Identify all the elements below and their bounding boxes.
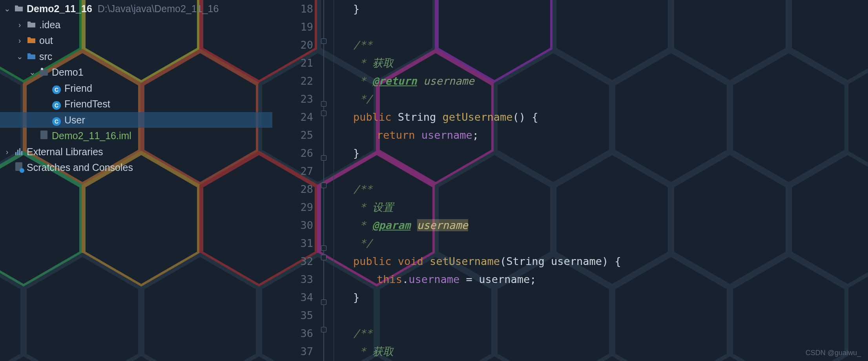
class-icon: C <box>52 82 61 94</box>
tree-item-demo1[interactable]: ⌄Demo1 <box>0 64 272 80</box>
token: @return <box>372 75 417 87</box>
tree-arrow[interactable]: › <box>16 20 24 29</box>
fold-close-icon[interactable] <box>321 101 326 107</box>
line-number[interactable]: 37 <box>272 343 320 361</box>
code-line[interactable]: */ <box>330 234 868 252</box>
code-line[interactable]: /** <box>330 36 868 54</box>
tree-item-demo2_11_16-iml[interactable]: Demo2_11_16.iml <box>0 128 272 144</box>
tree-item-external-libraries[interactable]: ›External Libraries <box>0 144 272 160</box>
line-number[interactable]: 36 <box>272 325 320 343</box>
code-line[interactable]: return username; <box>330 126 868 144</box>
code-line[interactable]: * 设置 <box>330 198 868 216</box>
tree-item-out[interactable]: ›out <box>0 33 272 49</box>
line-number[interactable]: 35 <box>272 307 320 325</box>
tree-item--idea[interactable]: ›.idea <box>0 17 272 33</box>
fold-close-icon[interactable] <box>321 245 326 251</box>
line-number[interactable]: 19 <box>272 18 320 36</box>
tree-arrow[interactable]: › <box>3 147 11 156</box>
folder-icon <box>27 19 36 31</box>
line-number-gutter[interactable]: 1819202122232425262728293031323334353637 <box>272 0 320 361</box>
fold-close-icon[interactable] <box>321 299 326 305</box>
code-line[interactable]: * @param username <box>330 216 868 234</box>
line-number[interactable]: 27 <box>272 162 320 180</box>
folder-out-icon <box>27 34 36 46</box>
token: username <box>421 129 472 141</box>
code-line[interactable]: } <box>330 144 868 162</box>
fold-column[interactable] <box>320 0 330 361</box>
token: username <box>479 273 530 285</box>
fold-close-icon[interactable] <box>321 155 326 161</box>
token: ; <box>472 129 479 141</box>
tree-path: D:\Java\java\Demo2_11_16 <box>98 3 219 15</box>
tree-label: out <box>39 34 53 46</box>
line-number[interactable]: 31 <box>272 234 320 252</box>
code-line[interactable]: this.username = username; <box>330 270 868 288</box>
tree-item-demo2_11_16[interactable]: ⌄Demo2_11_16D:\Java\java\Demo2_11_16 <box>0 1 272 17</box>
token: * <box>353 201 372 213</box>
fold-open-icon[interactable] <box>321 38 326 44</box>
tree-arrow[interactable]: ⌄ <box>28 67 36 77</box>
code-line[interactable]: * @return username <box>330 72 868 90</box>
line-number[interactable]: 24 <box>272 108 320 126</box>
code-line[interactable]: /** <box>330 180 868 198</box>
token: return <box>377 129 421 141</box>
tree-item-user[interactable]: CUser <box>0 112 272 128</box>
fold-open-icon[interactable] <box>321 327 326 332</box>
fold-open-icon[interactable] <box>321 111 326 116</box>
tree-item-friend[interactable]: CFriend <box>0 80 272 96</box>
tree-item-src[interactable]: ⌄src <box>0 49 272 65</box>
line-number[interactable]: 33 <box>272 270 320 288</box>
watermark: CSDN @guaiwu_ <box>806 349 861 357</box>
fold-open-icon[interactable] <box>321 255 326 260</box>
line-number[interactable]: 26 <box>272 144 320 162</box>
line-number[interactable]: 28 <box>272 180 320 198</box>
line-number[interactable]: 32 <box>272 252 320 270</box>
tree-arrow[interactable]: › <box>16 36 24 45</box>
code-area[interactable]: }/** * 获取 * @return username */public St… <box>330 0 868 361</box>
code-line[interactable] <box>330 162 868 180</box>
code-line[interactable] <box>330 307 868 325</box>
token: 获取 <box>372 57 394 69</box>
code-line[interactable]: } <box>330 0 868 18</box>
token: * <box>353 75 372 87</box>
code-line[interactable]: } <box>330 288 868 307</box>
tree-arrow[interactable]: ⌄ <box>16 52 24 61</box>
tree-item-friendtest[interactable]: CFriendTest <box>0 96 272 112</box>
class-icon: C <box>52 114 61 126</box>
token: /** <box>353 39 372 51</box>
tree-label: Demo2_11_16.iml <box>52 130 131 141</box>
token: @param <box>372 219 411 231</box>
code-line[interactable]: * 获取 <box>330 54 868 72</box>
line-number[interactable]: 20 <box>272 36 320 54</box>
line-number[interactable]: 30 <box>272 216 320 234</box>
tree-label: src <box>39 51 52 62</box>
code-line[interactable]: public String getUsername() { <box>330 108 868 126</box>
code-line[interactable] <box>330 18 868 36</box>
tree-label: User <box>64 114 85 126</box>
line-number[interactable]: 34 <box>272 288 320 307</box>
line-number[interactable]: 21 <box>272 54 320 72</box>
folder-src-icon <box>27 51 36 62</box>
code-line[interactable]: /** <box>330 325 868 343</box>
tree-arrow[interactable]: ⌄ <box>3 4 11 13</box>
token: ( <box>500 255 506 267</box>
project-tree[interactable]: ⌄Demo2_11_16D:\Java\java\Demo2_11_16›.id… <box>0 0 272 361</box>
code-line[interactable]: public void setUsername(String username)… <box>330 252 868 270</box>
code-editor[interactable]: 1819202122232425262728293031323334353637… <box>272 0 868 361</box>
token: username <box>408 273 460 285</box>
tree-label: Demo1 <box>52 66 84 78</box>
code-line[interactable]: */ <box>330 90 868 108</box>
line-number[interactable]: 18 <box>272 0 320 18</box>
iml-icon <box>39 130 49 141</box>
token: ) { <box>602 255 621 267</box>
token: /** <box>353 327 372 339</box>
line-number[interactable]: 22 <box>272 72 320 90</box>
line-number[interactable]: 29 <box>272 198 320 216</box>
tree-label: Demo2_11_16 <box>27 3 92 15</box>
line-number[interactable]: 23 <box>272 90 320 108</box>
line-number[interactable]: 25 <box>272 126 320 144</box>
fold-open-icon[interactable] <box>321 183 326 188</box>
token: username <box>417 75 474 87</box>
code-line[interactable]: * 获取 <box>330 343 868 361</box>
tree-item-scratches-and-consoles[interactable]: Scratches and Consoles <box>0 160 272 176</box>
